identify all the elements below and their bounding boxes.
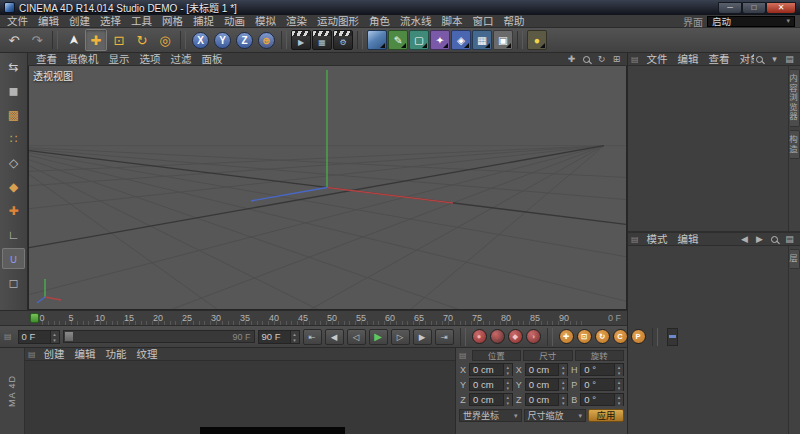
rotation-field[interactable]: 0 °▴▾ [580, 378, 624, 391]
end-frame-field[interactable]: 90 F▴▾ [258, 330, 300, 344]
viewport-menu-item[interactable]: 选项 [135, 53, 166, 65]
points-mode-icon[interactable]: ∷ [2, 128, 25, 149]
panel-handle-icon[interactable]: ▤ [28, 350, 36, 359]
prev-key-button[interactable]: ◀ [325, 329, 344, 345]
side-tab[interactable]: 内容浏览器 [790, 69, 800, 127]
start-frame-field[interactable]: 0 F▴▾ [18, 330, 60, 344]
coordinate-system-icon[interactable]: ⊕ [258, 32, 275, 49]
filter-icon[interactable]: ▾ [769, 54, 780, 64]
coordinate-system-dropdown[interactable]: 世界坐标 ▾ [459, 409, 522, 422]
rotate-tool-icon[interactable]: ↻ [131, 29, 153, 51]
menubar-item[interactable]: 工具 [126, 15, 157, 27]
move-tool-icon[interactable]: ✚ [85, 29, 107, 51]
make-editable-icon[interactable]: ⇆ [2, 56, 25, 77]
maximize-button[interactable]: □ [742, 2, 766, 14]
rotation-field[interactable]: 0 °▴▾ [580, 393, 624, 406]
material-manager-menu-item[interactable]: 功能 [101, 348, 132, 360]
stepper-down-icon[interactable]: ▾ [504, 370, 512, 376]
toggle-view-icon[interactable]: ⊞ [611, 54, 622, 64]
live-selection-icon[interactable]: ➤ [62, 29, 84, 51]
stepper-down-icon[interactable]: ▾ [559, 385, 567, 391]
close-button[interactable]: ✕ [766, 2, 796, 14]
layout-dropdown[interactable]: 启动 ▾ [707, 16, 795, 27]
edges-mode-icon[interactable]: ◇ [2, 152, 25, 173]
stepper-down-icon[interactable]: ▾ [615, 400, 623, 406]
object-manager-menu-item[interactable]: 文件 [642, 53, 673, 65]
panel-handle-icon[interactable]: ▤ [631, 55, 639, 64]
prev-frame-button[interactable]: ◁ [347, 329, 366, 345]
attribute-manager-menu-item[interactable]: 编辑 [673, 233, 704, 245]
size-mode-dropdown[interactable]: 尺寸缩放 ▾ [524, 409, 587, 422]
lock-z-axis-icon[interactable]: Z [236, 32, 253, 49]
light-icon[interactable]: ● [527, 30, 547, 50]
position-field[interactable]: 0 cm▴▾ [469, 393, 513, 406]
side-tab[interactable]: 层 [790, 249, 800, 269]
zoom-view-icon[interactable] [581, 56, 592, 63]
next-frame-button[interactable]: ▷ [391, 329, 410, 345]
coordinates-column-header[interactable]: 尺寸 [523, 350, 572, 361]
play-button[interactable]: ▶ [369, 329, 388, 345]
scale-tool-icon[interactable]: ⊡ [108, 29, 130, 51]
side-tab[interactable]: 构造 [790, 130, 800, 159]
material-manager-menu-item[interactable]: 创建 [39, 348, 70, 360]
stepper-down-icon[interactable]: ▾ [51, 337, 59, 343]
search-icon[interactable] [769, 236, 780, 243]
next-key-button[interactable]: ▶ [413, 329, 432, 345]
modeling-objects-icon[interactable]: ✦ [430, 30, 450, 50]
object-manager-menu-item[interactable]: 查看 [704, 53, 735, 65]
material-manager-menu-item[interactable]: 编辑 [70, 348, 101, 360]
record-rotation-toggle[interactable]: ↻ [595, 329, 610, 344]
axis-mode-icon[interactable]: ✚ [2, 200, 25, 221]
camera-icon[interactable]: ▣ [493, 30, 513, 50]
timeline-scale-slider[interactable] [667, 328, 678, 346]
menubar-item[interactable]: 角色 [364, 15, 395, 27]
generators-icon[interactable]: ▢ [409, 30, 429, 50]
primitive-cube-icon[interactable] [367, 30, 387, 50]
viewport-menu-item[interactable]: 查看 [31, 53, 62, 65]
menubar-item[interactable]: 动画 [219, 15, 250, 27]
object-list[interactable] [628, 66, 788, 231]
undo-icon[interactable]: ↶ [3, 29, 25, 51]
polygons-mode-icon[interactable]: ◆ [2, 176, 25, 197]
keyframe-selection-button[interactable]: ◑ [526, 329, 541, 344]
stepper-down-icon[interactable]: ▾ [504, 385, 512, 391]
menubar-item[interactable]: 窗口 [468, 15, 499, 27]
playhead[interactable] [30, 313, 39, 323]
record-keyframe-button[interactable]: ● [472, 329, 487, 344]
last-used-tool-icon[interactable]: ◎ [154, 29, 176, 51]
record-parameter-toggle[interactable]: C [613, 329, 628, 344]
model-mode-icon[interactable]: ◼ [2, 80, 25, 101]
object-manager-menu-item[interactable]: 编辑 [673, 53, 704, 65]
menubar-item[interactable]: 运动图形 [312, 15, 364, 27]
size-field[interactable]: 0 cm▴▾ [525, 378, 569, 391]
menu-icon[interactable]: ▤ [784, 54, 795, 64]
timeline-range-slider[interactable]: 90 F [63, 330, 255, 343]
render-view-icon[interactable]: ▶ [291, 30, 311, 50]
object-manager-menu-item[interactable]: 对象 [735, 53, 754, 65]
goto-start-button[interactable]: ⇤ [303, 329, 322, 345]
minimize-button[interactable]: ─ [718, 2, 742, 14]
stepper-down-icon[interactable]: ▾ [291, 337, 299, 343]
menubar-item[interactable]: 创建 [64, 15, 95, 27]
viewport-menu-item[interactable]: 过滤 [166, 53, 197, 65]
lock-workplane-icon[interactable]: ◻ [2, 272, 25, 293]
lock-y-axis-icon[interactable]: Y [214, 32, 231, 49]
menubar-item[interactable]: 帮助 [499, 15, 530, 27]
record-scale-toggle[interactable]: ⊡ [577, 329, 592, 344]
menubar-item[interactable]: 选择 [95, 15, 126, 27]
stepper-down-icon[interactable]: ▾ [559, 370, 567, 376]
workplane-icon[interactable]: ∟ [2, 224, 25, 245]
menubar-item[interactable]: 渲染 [281, 15, 312, 27]
rotate-view-icon[interactable]: ↻ [596, 54, 607, 64]
viewport-menu-item[interactable]: 面板 [197, 53, 228, 65]
menu-icon[interactable]: ▤ [784, 234, 795, 244]
snap-icon[interactable]: ∪ [2, 248, 25, 269]
redo-icon[interactable]: ↷ [26, 29, 48, 51]
stepper-down-icon[interactable]: ▾ [615, 370, 623, 376]
goto-end-button[interactable]: ⇥ [435, 329, 454, 345]
viewport-canvas[interactable]: 透视视图 [28, 66, 627, 310]
attribute-manager-menu-item[interactable]: 模式 [642, 233, 673, 245]
rotation-field[interactable]: 0 °▴▾ [580, 363, 624, 376]
material-list[interactable] [25, 361, 455, 434]
autokey-button[interactable]: ○ [490, 329, 505, 344]
